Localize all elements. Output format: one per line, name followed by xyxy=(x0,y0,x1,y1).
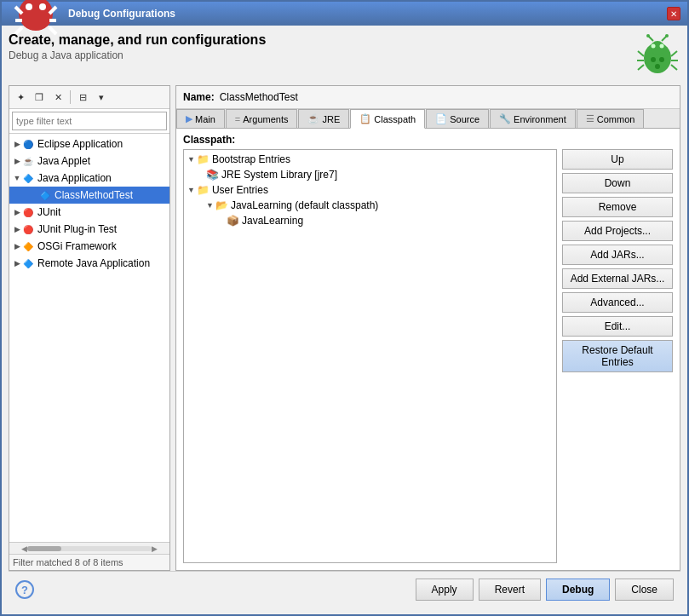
sidebar-toolbar: ✦ ❒ ✕ ⊟ ▾ xyxy=(9,86,169,109)
tab-arguments[interactable]: = Arguments xyxy=(226,109,298,128)
java-applet-icon: ☕ xyxy=(21,154,35,168)
classpath-tab-label: Classpath xyxy=(374,114,416,124)
tab-main[interactable]: ▶ Main xyxy=(176,109,225,128)
apply-button[interactable]: Apply xyxy=(416,579,474,601)
tabs-bar: ▶ Main = Arguments ☕ JRE 📋 Classpath xyxy=(176,109,680,129)
scrollbar-thumb[interactable] xyxy=(27,546,61,551)
expand-icon xyxy=(30,191,38,199)
header-section: Create, manage, and run configurations D… xyxy=(9,32,680,78)
config-name-value: ClassMethodTest xyxy=(220,91,298,103)
remote-icon: 🔷 xyxy=(21,256,35,270)
remote-label: Remote Java Application xyxy=(37,257,150,269)
cp-javalearning-default[interactable]: ▼ 📂 JavaLearning (default classpath) xyxy=(186,198,554,213)
classpath-tab-content: Classpath: ▼ 📁 Bootstrap Entries xyxy=(176,129,680,570)
revert-button[interactable]: Revert xyxy=(479,579,541,601)
remove-button[interactable]: Remove xyxy=(562,197,673,217)
sidebar-item-junit[interactable]: ▶ 🔴 JUnit xyxy=(9,204,169,221)
sidebar-item-junit-plugin[interactable]: ▶ 🔴 JUnit Plug-in Test xyxy=(9,221,169,238)
restore-default-entries-button[interactable]: Restore Default Entries xyxy=(562,340,673,372)
edit-button[interactable]: Edit... xyxy=(562,316,673,337)
eclipse-app-label: Eclipse Application xyxy=(37,138,123,150)
eclipse-app-icon: 🔵 xyxy=(21,137,35,151)
sidebar-item-remote[interactable]: ▶ 🔷 Remote Java Application xyxy=(9,255,169,272)
down-button[interactable]: Down xyxy=(562,173,673,193)
bug-logo-icon xyxy=(634,32,680,78)
sidebar: ✦ ❒ ✕ ⊟ ▾ ▶ 🔵 Eclipse Application xyxy=(9,85,170,571)
filter-input[interactable] xyxy=(12,112,167,130)
expand-icon: ▶ xyxy=(13,242,21,250)
classmethodtest-label: ClassMethodTest xyxy=(55,189,133,201)
advanced-button[interactable]: Advanced... xyxy=(562,292,673,313)
duplicate-config-button[interactable]: ❒ xyxy=(31,89,48,106)
tab-jre[interactable]: ☕ JRE xyxy=(298,109,349,128)
jre-lib-icon: 📚 xyxy=(206,169,219,181)
scroll-right-btn[interactable]: ▶ xyxy=(152,544,158,553)
env-tab-icon: 🔧 xyxy=(499,113,511,124)
tab-environment[interactable]: 🔧 Environment xyxy=(490,109,576,128)
jre-lib-label: JRE System Library [jre7] xyxy=(221,169,337,181)
svg-point-23 xyxy=(651,57,656,62)
header-subtitle: Debug a Java application xyxy=(9,49,266,61)
java-applet-label: Java Applet xyxy=(37,155,90,167)
package-icon: 📦 xyxy=(227,215,239,227)
title-bar-controls: ✕ xyxy=(667,7,680,20)
sidebar-item-java-applet[interactable]: ▶ ☕ Java Applet xyxy=(9,153,169,170)
classpath-tree[interactable]: ▼ 📁 Bootstrap Entries 📚 JRE System Libra… xyxy=(183,149,557,563)
filter-status: Filter matched 8 of 8 items xyxy=(13,557,123,567)
tab-common[interactable]: ☰ Common xyxy=(577,109,645,128)
svg-line-15 xyxy=(638,65,644,70)
title-bar: Debug Configurations ✕ xyxy=(2,2,687,26)
close-button[interactable]: Close xyxy=(615,579,674,601)
java-app-icon: 🔷 xyxy=(21,171,35,185)
svg-point-1 xyxy=(26,3,32,10)
delete-config-button[interactable]: ✕ xyxy=(49,89,66,106)
source-tab-label: Source xyxy=(450,114,479,124)
sidebar-item-classmethodtest[interactable]: 🔷 ClassMethodTest xyxy=(9,187,169,204)
expand-arrow-icon: ▼ xyxy=(187,155,195,164)
expand-icon: ▼ xyxy=(13,174,21,182)
up-button[interactable]: Up xyxy=(562,149,673,170)
add-jars-button[interactable]: Add JARs... xyxy=(562,245,673,265)
filter-button[interactable]: ▾ xyxy=(93,89,110,106)
common-tab-icon: ☰ xyxy=(586,113,594,124)
debug-button[interactable]: Debug xyxy=(546,579,610,601)
project-icon: 📂 xyxy=(215,199,228,211)
add-external-jars-button[interactable]: Add External JARs... xyxy=(562,268,673,289)
collapse-all-button[interactable]: ⊟ xyxy=(74,89,91,106)
common-tab-label: Common xyxy=(597,114,635,124)
classpath-buttons: Up Down Remove Add Projects... Add JARs.… xyxy=(562,149,673,563)
new-config-button[interactable]: ✦ xyxy=(12,89,29,106)
cp-user-group[interactable]: ▼ 📁 User Entries xyxy=(186,182,554,198)
sidebar-item-java-app[interactable]: ▼ 🔷 Java Application xyxy=(9,170,169,187)
args-tab-icon: = xyxy=(235,114,240,124)
svg-point-21 xyxy=(646,34,650,37)
cp-bootstrap-group[interactable]: ▼ 📁 Bootstrap Entries xyxy=(186,152,554,167)
svg-point-22 xyxy=(665,34,669,37)
classmethodtest-icon: 🔷 xyxy=(38,188,52,202)
tab-classpath[interactable]: 📋 Classpath xyxy=(350,109,425,129)
add-projects-button[interactable]: Add Projects... xyxy=(562,221,673,241)
javalearning-label: JavaLearning xyxy=(242,215,303,227)
header-title: Create, manage, and run configurations xyxy=(9,32,266,48)
help-button[interactable]: ? xyxy=(15,580,34,599)
cp-javalearning[interactable]: 📦 JavaLearning xyxy=(186,213,554,228)
main-tab-label: Main xyxy=(195,114,215,124)
cp-jre-lib[interactable]: 📚 JRE System Library [jre7] xyxy=(186,167,554,182)
sidebar-scrollbar[interactable]: ◀ ▶ xyxy=(9,542,169,554)
jre-tab-icon: ☕ xyxy=(307,113,319,124)
filter-input-wrap xyxy=(9,109,169,134)
junit-plugin-icon: 🔴 xyxy=(21,222,35,236)
content-area: Create, manage, and run configurations D… xyxy=(2,26,687,614)
sidebar-item-osgi[interactable]: ▶ 🔶 OSGi Framework xyxy=(9,238,169,255)
svg-point-2 xyxy=(39,3,46,10)
junit-label: JUnit xyxy=(37,206,60,218)
close-window-button[interactable]: ✕ xyxy=(667,7,680,20)
sidebar-item-eclipse-app[interactable]: ▶ 🔵 Eclipse Application xyxy=(9,135,169,153)
tab-source[interactable]: 📄 Source xyxy=(426,109,489,128)
scroll-left-btn[interactable]: ◀ xyxy=(21,544,27,553)
name-bar: Name: ClassMethodTest xyxy=(176,86,680,109)
main-panel: ✦ ❒ ✕ ⊟ ▾ ▶ 🔵 Eclipse Application xyxy=(9,85,680,571)
main-tab-icon: ▶ xyxy=(186,113,192,124)
svg-line-18 xyxy=(671,65,677,70)
classpath-tab-icon: 📋 xyxy=(359,113,371,124)
